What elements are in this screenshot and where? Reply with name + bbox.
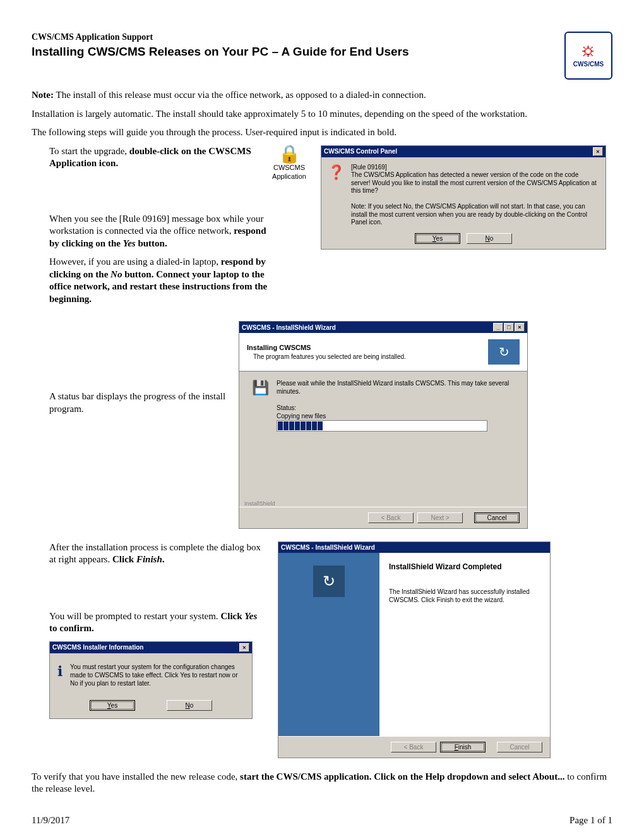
- info-icon: ℹ: [57, 663, 63, 687]
- cp-yes-button[interactable]: Yes: [415, 233, 460, 244]
- minimize-icon[interactable]: _: [493, 323, 503, 332]
- cp-no-button[interactable]: No: [467, 233, 512, 244]
- cw-finish-button[interactable]: Finish: [440, 742, 486, 752]
- intro-p3: The following steps will guide you throu…: [32, 126, 612, 139]
- question-icon: ❓: [328, 164, 345, 227]
- control-panel-dialog: CWS/CMS Control Panel × ❓ [Rule 09169] T…: [321, 145, 606, 250]
- app-icon-label: CWSCMS Application: [272, 164, 306, 180]
- cwscms-logo: ⛭ CWS/CMS: [564, 32, 612, 80]
- cw-body-text: The InstallShield Wizard has successfull…: [389, 588, 540, 604]
- installshield-logo-icon: ↻: [313, 565, 345, 597]
- installer-info-dialog: CWSCMS Installer Information × ℹ You mus…: [49, 641, 253, 719]
- is-body-text: Please wait while the InstallShield Wiza…: [277, 379, 515, 396]
- is-back-button: < Back: [368, 512, 414, 523]
- cwscms-app-icon[interactable]: 🔒 CWSCMS Application: [267, 145, 311, 181]
- step4-text: A status bar displays the progress of th…: [32, 321, 226, 415]
- verify-text: To verify that you have installed the ne…: [32, 771, 612, 795]
- installshield-progress-dialog: CWSCMS - InstallShield Wizard _ □ × Inst…: [239, 321, 528, 529]
- close-icon[interactable]: ×: [593, 147, 603, 156]
- step3-text: However, if you are using a dialed-in la…: [49, 256, 270, 305]
- is-status-label: Status:: [277, 404, 515, 412]
- is-heading: Installing CWSCMS: [247, 343, 406, 352]
- note-label: Note:: [32, 90, 54, 100]
- intro-p2: Installation is largely automatic. The i…: [32, 108, 612, 121]
- is-subheading: The program features you selected are be…: [253, 353, 406, 361]
- install-disk-icon: 💾: [252, 379, 269, 432]
- installshield-logo-icon: ↻: [488, 339, 520, 365]
- step5-text: After the installation process is comple…: [32, 541, 265, 566]
- cw-back-button: < Back: [391, 742, 436, 752]
- maximize-icon[interactable]: □: [504, 323, 514, 332]
- cw-heading: InstallShield Wizard Completed: [389, 562, 540, 572]
- close-icon[interactable]: ×: [515, 323, 525, 332]
- ii-title: CWSCMS Installer Information: [52, 643, 143, 651]
- is-status-value: Copying new files: [277, 412, 515, 420]
- is-cancel-button[interactable]: Cancel: [474, 512, 520, 523]
- cw-title: CWSCMS - InstallShield Wizard: [281, 543, 375, 552]
- ii-yes-button[interactable]: Yes: [90, 700, 135, 711]
- doc-title: Installing CWS/CMS Releases on Your PC –…: [32, 44, 409, 60]
- doc-support-line: CWS/CMS Application Support: [32, 32, 409, 43]
- installshield-complete-dialog: CWSCMS - InstallShield Wizard ↻ InstallS…: [278, 541, 551, 758]
- footer-date: 11/9/2017: [32, 814, 69, 827]
- cp-note: Note: If you select No, the CWS/CMS Appl…: [351, 203, 599, 227]
- close-icon[interactable]: ×: [239, 643, 249, 652]
- cp-title: CWS/CMS Control Panel: [324, 147, 397, 155]
- step2-text: When you see the [Rule 09169] message bo…: [32, 213, 270, 306]
- ii-no-button[interactable]: No: [167, 700, 212, 711]
- progress-bar: [277, 420, 487, 432]
- logo-text: CWS/CMS: [573, 60, 604, 68]
- app-icon-glyph: 🔒: [278, 145, 301, 163]
- step1-text: To start the upgrade, double-click on th…: [32, 145, 258, 170]
- step6-text: You will be prompted to restart your sys…: [32, 610, 265, 635]
- logo-people-icon: ⛭: [580, 44, 597, 60]
- ii-body-text: You must restart your system for the con…: [70, 663, 244, 687]
- cw-cancel-button: Cancel: [497, 742, 542, 752]
- footer-page: Page 1 of 1: [569, 814, 612, 827]
- note-paragraph: Note: The install of this release must o…: [32, 89, 612, 102]
- cp-msg: The CWS/CMS Application has detected a n…: [351, 171, 599, 195]
- cp-rule: [Rule 09169]: [351, 164, 599, 172]
- is-next-button: Next >: [417, 512, 463, 523]
- is-title: CWSCMS - InstallShield Wizard: [242, 323, 336, 332]
